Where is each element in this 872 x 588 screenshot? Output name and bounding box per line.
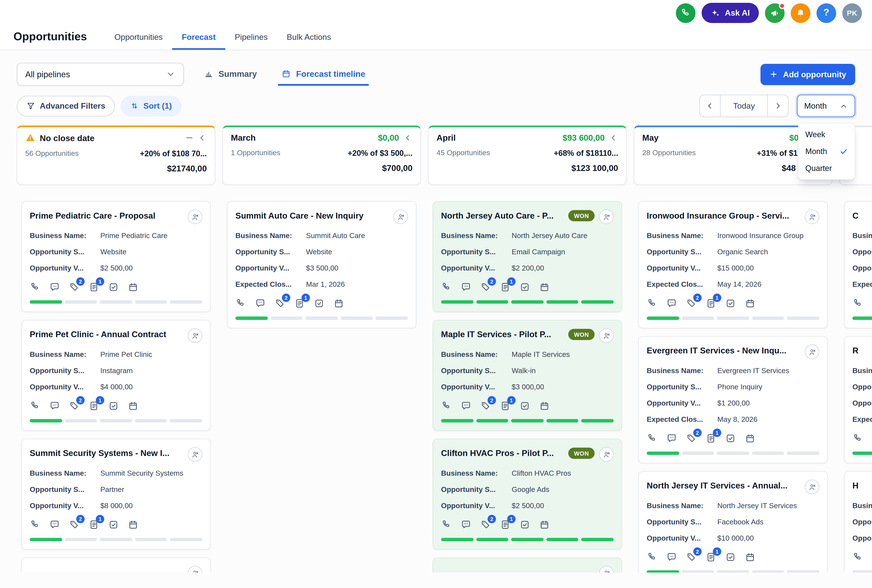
opportunity-card[interactable]: Maple IT Services - Pilot P... WON Busin…	[432, 320, 622, 431]
message-icon[interactable]	[50, 519, 60, 530]
tab-opportunities[interactable]: Opportunities	[105, 33, 172, 50]
message-icon[interactable]	[255, 298, 266, 309]
opportunity-card[interactable]: Prime Pet Clinic - Annual Contract Busin…	[21, 320, 211, 431]
opportunity-card[interactable]: Summit Auto Care - New Inquiry Business …	[227, 201, 416, 328]
call-icon[interactable]	[647, 433, 657, 444]
message-icon[interactable]	[666, 552, 677, 562]
opportunity-card[interactable]: Summit Security Systems - New I... Busin…	[21, 439, 211, 550]
assign-user-button[interactable]	[188, 447, 202, 462]
tag-icon[interactable]: 2	[275, 298, 285, 309]
tab-forecast-timeline[interactable]: Forecast timeline	[278, 63, 369, 86]
tab-forecast[interactable]: Forecast	[172, 33, 225, 50]
message-icon[interactable]	[461, 282, 471, 292]
call-icon[interactable]	[852, 433, 863, 444]
tag-icon[interactable]: 2	[480, 400, 491, 411]
calendar-icon[interactable]	[539, 282, 550, 292]
tag-icon[interactable]: 2	[686, 552, 696, 562]
assign-user-button[interactable]	[599, 328, 614, 343]
opportunity-card[interactable]: North Jersey IT Services - Annual... Bus…	[638, 471, 828, 573]
pipeline-select[interactable]: All pipelines	[17, 63, 184, 86]
next-period-button[interactable]	[768, 95, 788, 116]
opportunity-card[interactable]: H Business Name:Opportunity S...Opportun…	[844, 471, 872, 573]
notes-icon[interactable]: 1	[89, 400, 99, 411]
calendar-icon[interactable]	[128, 400, 138, 411]
tasks-icon[interactable]	[725, 433, 736, 444]
calendar-icon[interactable]	[128, 282, 138, 292]
tab-bulk-actions[interactable]: Bulk Actions	[277, 33, 341, 50]
tab-pipelines[interactable]: Pipelines	[225, 33, 277, 50]
calendar-icon[interactable]	[745, 552, 755, 562]
today-button[interactable]: Today	[720, 95, 768, 116]
tag-icon[interactable]: 2	[480, 519, 491, 530]
call-icon[interactable]	[852, 298, 863, 309]
opportunity-card[interactable]: Prime Pediatric Care - Proposal Business…	[21, 201, 211, 312]
notes-icon[interactable]: 1	[294, 298, 305, 309]
calendar-icon[interactable]	[333, 298, 344, 309]
message-icon[interactable]	[50, 282, 60, 292]
period-option-week[interactable]: Week	[798, 126, 855, 143]
message-icon[interactable]	[461, 519, 471, 530]
calendar-icon[interactable]	[128, 519, 138, 530]
minimize-icon[interactable]	[185, 133, 194, 142]
assign-user-button[interactable]	[393, 210, 408, 224]
opportunity-card[interactable]: R Business Name:Opportunity S...Opportun…	[844, 336, 872, 464]
call-icon[interactable]	[30, 400, 40, 411]
message-icon[interactable]	[666, 433, 677, 444]
call-icon[interactable]	[441, 282, 452, 292]
tag-icon[interactable]: 2	[69, 400, 80, 411]
tasks-icon[interactable]	[725, 298, 736, 309]
opportunity-card[interactable]	[21, 558, 211, 573]
calendar-icon[interactable]	[745, 433, 755, 444]
phone-button[interactable]	[676, 3, 696, 23]
assign-user-button[interactable]	[804, 210, 819, 224]
call-icon[interactable]	[852, 552, 863, 562]
advanced-filters-button[interactable]: Advanced Filters	[17, 96, 115, 116]
opportunity-card[interactable]: Evergreen IT Services - New Inqu... Busi…	[638, 336, 828, 464]
add-opportunity-button[interactable]: Add opportunity	[761, 64, 855, 85]
assign-user-button[interactable]	[599, 566, 614, 573]
tasks-icon[interactable]	[314, 298, 324, 309]
opportunity-card[interactable]: North Jersey Auto Care - P... WON Busine…	[432, 201, 622, 312]
call-icon[interactable]	[30, 282, 40, 292]
collapse-column-icon[interactable]	[198, 133, 207, 142]
notes-icon[interactable]: 1	[500, 400, 510, 411]
opportunity-card[interactable]: Ironwood Insurance Group - Servi... Busi…	[638, 201, 828, 328]
calendar-icon[interactable]	[745, 298, 755, 309]
tab-summary[interactable]: Summary	[201, 63, 260, 86]
call-icon[interactable]	[441, 519, 452, 530]
assign-user-button[interactable]	[188, 328, 202, 343]
assign-user-button[interactable]	[188, 566, 202, 573]
call-icon[interactable]	[647, 552, 657, 562]
tag-icon[interactable]: 2	[686, 433, 696, 444]
message-icon[interactable]	[461, 400, 471, 411]
tasks-icon[interactable]	[725, 552, 736, 562]
notes-icon[interactable]: 1	[500, 282, 510, 292]
assign-user-button[interactable]	[599, 447, 614, 462]
notes-icon[interactable]: 1	[89, 282, 99, 292]
prev-period-button[interactable]	[700, 95, 720, 116]
opportunity-card[interactable]	[432, 558, 622, 573]
tasks-icon[interactable]	[108, 519, 119, 530]
ask-ai-button[interactable]: Ask AI	[702, 3, 759, 23]
tag-icon[interactable]: 2	[69, 519, 80, 530]
tasks-icon[interactable]	[108, 282, 119, 292]
tasks-icon[interactable]	[519, 282, 530, 292]
period-option-month[interactable]: Month	[798, 143, 855, 160]
notes-icon[interactable]: 1	[705, 433, 716, 444]
tag-icon[interactable]: 2	[69, 282, 80, 292]
notes-icon[interactable]: 1	[705, 298, 716, 309]
message-icon[interactable]	[50, 400, 60, 411]
user-avatar[interactable]: PK	[842, 3, 862, 23]
call-icon[interactable]	[235, 298, 246, 309]
help-button[interactable]: ?	[816, 3, 836, 23]
opportunity-card[interactable]: C Business Name:Opportunity S...Opportun…	[844, 201, 872, 328]
call-icon[interactable]	[30, 519, 40, 530]
tag-icon[interactable]: 2	[686, 298, 696, 309]
sort-button[interactable]: Sort (1)	[120, 96, 182, 116]
notes-icon[interactable]: 1	[705, 552, 716, 562]
message-icon[interactable]	[666, 298, 677, 309]
calendar-icon[interactable]	[539, 519, 550, 530]
opportunity-card[interactable]: Clifton HVAC Pros - Pilot P... WON Busin…	[432, 439, 622, 550]
call-icon[interactable]	[441, 400, 452, 411]
collapse-column-icon[interactable]	[609, 133, 618, 142]
